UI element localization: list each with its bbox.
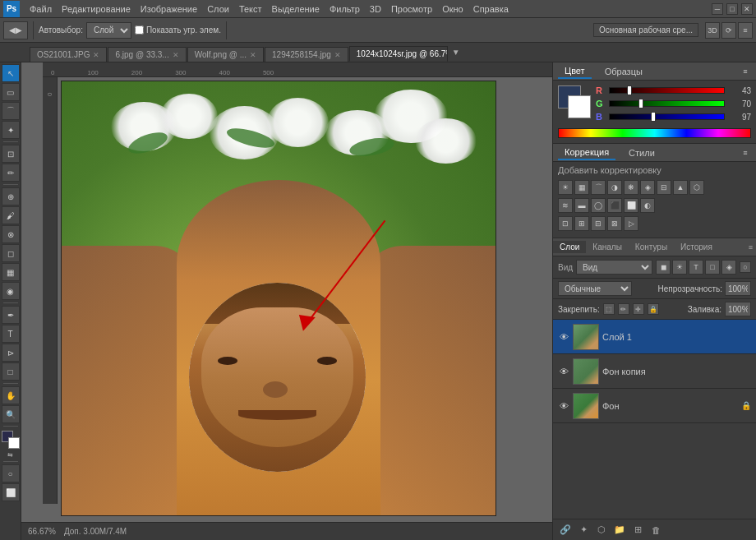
- fill-input[interactable]: [725, 302, 751, 316]
- tool-arrow-btn[interactable]: ◀▶: [3, 21, 28, 39]
- tool-dodge[interactable]: ◉: [2, 282, 20, 300]
- menu-view[interactable]: Просмотр: [386, 2, 437, 16]
- tool-gradient[interactable]: ▦: [2, 263, 20, 281]
- layers-tab-channels[interactable]: Каналы: [586, 241, 629, 253]
- layer-vis-0[interactable]: 👁: [558, 331, 569, 343]
- menu-filter[interactable]: Фильтр: [325, 2, 365, 16]
- r-slider-track[interactable]: [609, 87, 725, 94]
- menu-window[interactable]: Окно: [437, 2, 468, 16]
- lock-transparent[interactable]: ⬚: [603, 303, 615, 315]
- new-group-btn[interactable]: 📁: [612, 523, 627, 538]
- layers-filter-toggle[interactable]: ○: [740, 261, 751, 273]
- lock-position[interactable]: ✛: [633, 303, 644, 315]
- tool-hand[interactable]: ✋: [2, 386, 20, 404]
- show-transform-label[interactable]: Показать угр. элем.: [135, 25, 221, 35]
- layers-tab-history[interactable]: История: [674, 241, 719, 253]
- layer-item-0[interactable]: 👁 Слой 1: [553, 320, 756, 354]
- swap-colors-btn[interactable]: ⇆: [7, 451, 13, 459]
- tool-lasso[interactable]: ⌒: [2, 102, 20, 120]
- g-slider-thumb[interactable]: [638, 99, 643, 108]
- tool-text[interactable]: T: [2, 325, 20, 343]
- layer-item-1[interactable]: 👁 Фон копия: [553, 354, 756, 389]
- color-tab[interactable]: Цвет: [558, 64, 592, 79]
- b-slider-track[interactable]: [609, 113, 725, 120]
- corr-extra3[interactable]: ⊟: [591, 216, 606, 231]
- tab-2-close[interactable]: ✕: [250, 51, 256, 59]
- link-layers-btn[interactable]: 🔗: [558, 523, 573, 538]
- corr-posterize[interactable]: ⬜: [624, 198, 638, 213]
- blend-mode-select[interactable]: Обычные: [558, 281, 632, 296]
- r-slider-thumb[interactable]: [627, 85, 632, 95]
- layer-select[interactable]: Слой: [86, 22, 131, 39]
- canvas-scroll[interactable]: 0 100 200 300 400 500 0: [21, 62, 552, 522]
- color-swatches[interactable]: [558, 85, 591, 118]
- tool-move[interactable]: ↖: [2, 64, 20, 82]
- tab-4[interactable]: 1024x1024sr.jpg @ 66.7% (Слой 1, RGB/8#)…: [349, 46, 448, 62]
- menu-file[interactable]: Файл: [25, 2, 57, 16]
- corr-hue[interactable]: ◈: [640, 180, 655, 195]
- tabs-overflow-btn[interactable]: ▼: [452, 48, 460, 57]
- corr-exposure[interactable]: ◑: [607, 180, 622, 195]
- add-mask-btn[interactable]: ⬡: [594, 523, 609, 538]
- corr-threshold[interactable]: ⬛: [607, 198, 622, 213]
- corr-photo-filter[interactable]: ⬡: [689, 180, 704, 195]
- tab-3[interactable]: 1294258154.jpg ✕: [265, 47, 348, 62]
- filter-pixel[interactable]: ◼: [656, 260, 671, 275]
- tool-mask-mode[interactable]: ○: [2, 464, 20, 482]
- corr-levels[interactable]: ▦: [574, 180, 589, 195]
- corr-vibrance[interactable]: ❋: [624, 180, 638, 195]
- samples-tab[interactable]: Образцы: [598, 65, 649, 78]
- filter-text[interactable]: T: [689, 260, 703, 275]
- canvas-container[interactable]: [61, 81, 496, 516]
- tab-1-close[interactable]: ✕: [173, 51, 179, 59]
- layers-tab-layers[interactable]: Слои: [553, 241, 586, 253]
- foreground-color[interactable]: [2, 431, 20, 449]
- tool-eraser[interactable]: ◻: [2, 244, 20, 262]
- menu-text[interactable]: Текст: [234, 2, 267, 16]
- menu-help[interactable]: Справка: [468, 2, 514, 16]
- tab-0[interactable]: OS21001.JPG ✕: [30, 47, 107, 62]
- new-layer-btn[interactable]: ⊞: [630, 523, 645, 538]
- correction-tab[interactable]: Коррекция: [558, 145, 615, 160]
- corr-brightness[interactable]: ☀: [558, 180, 573, 195]
- styles-tab[interactable]: Стили: [622, 146, 662, 159]
- corr-bw[interactable]: ▲: [673, 180, 688, 195]
- tool-pen[interactable]: ✒: [2, 306, 20, 324]
- tool-spot-heal[interactable]: ⊕: [2, 187, 20, 205]
- background-swatch[interactable]: [568, 95, 591, 118]
- tool-zoom[interactable]: 🔍: [2, 405, 20, 423]
- menu-3d[interactable]: 3D: [365, 2, 386, 16]
- layers-panel-menu[interactable]: ≡: [745, 243, 756, 252]
- menu-image[interactable]: Изображение: [136, 2, 202, 16]
- menu-edit[interactable]: Редактирование: [57, 2, 136, 16]
- opacity-input[interactable]: [725, 281, 751, 296]
- tab-1[interactable]: 6.jpg @ 33.3... ✕: [108, 47, 186, 62]
- tool-eyedropper[interactable]: ✏: [2, 164, 20, 182]
- layer-item-2[interactable]: 👁 Фон 🔒: [553, 389, 756, 423]
- filter-shape[interactable]: □: [705, 260, 720, 275]
- b-slider-thumb[interactable]: [651, 112, 656, 122]
- tool-shape[interactable]: □: [2, 362, 20, 381]
- show-transform-checkbox[interactable]: [135, 25, 144, 35]
- corr-invert[interactable]: ◐: [640, 198, 655, 213]
- lock-pixels[interactable]: ✏: [618, 303, 629, 315]
- filter-adjust[interactable]: ☀: [672, 260, 687, 275]
- tool-crop[interactable]: ⊡: [2, 145, 20, 163]
- tool-marquee[interactable]: ▭: [2, 83, 20, 101]
- g-slider-track[interactable]: [609, 100, 725, 107]
- tab-0-close[interactable]: ✕: [93, 51, 99, 59]
- tool-screen-mode[interactable]: ⬜: [2, 483, 20, 501]
- tab-3-close[interactable]: ✕: [334, 51, 341, 59]
- extra-btn[interactable]: ≡: [738, 22, 753, 39]
- corr-extra1[interactable]: ⊡: [558, 216, 573, 231]
- corr-extra2[interactable]: ⊞: [574, 216, 589, 231]
- corr-curves[interactable]: ⌒: [591, 180, 606, 195]
- kind-select[interactable]: Вид: [576, 260, 652, 275]
- 3d-btn[interactable]: 3D: [705, 22, 720, 39]
- menu-select[interactable]: Выделение: [267, 2, 325, 16]
- corr-channel-mixer[interactable]: ≋: [558, 198, 573, 213]
- tool-brush[interactable]: 🖌: [2, 206, 20, 224]
- lock-all[interactable]: 🔒: [648, 303, 659, 315]
- tool-magic-wand[interactable]: ✦: [2, 121, 20, 139]
- layers-tab-paths[interactable]: Контуры: [629, 241, 674, 253]
